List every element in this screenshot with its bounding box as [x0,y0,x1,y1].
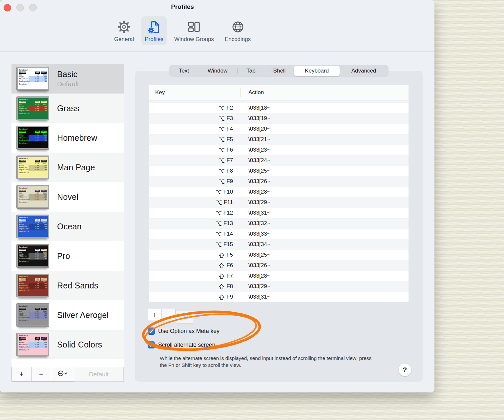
toolbar-item-encodings[interactable]: Encodings [221,16,254,45]
titlebar: Profiles General [0,0,434,52]
thumbnail-header-chips: COMMAND%CPURPRVT [19,219,47,221]
tab-advanced[interactable]: Advanced [340,66,388,76]
key-label: F12 [223,210,233,216]
profile-list-item[interactable]: Terminal# COMMAND%CPURPRVT top4.1%231KXc… [11,212,124,241]
toolbar-item-window-groups[interactable]: Window Groups [171,16,217,45]
option-key-icon [216,200,222,205]
key-mapping-row[interactable]: F10 \033[28~ [149,187,409,197]
key-mapping-row[interactable]: F2 \033[18~ [149,103,409,113]
key-mapping-row[interactable]: F4 \033[20~ [149,124,409,134]
action-cell: \033[31~ [248,208,270,218]
thumbnail-header-chips: COMMAND%CPURPRVT [19,278,47,280]
tab-keyboard[interactable]: Keyboard [294,66,340,76]
profile-actions-menu-button[interactable] [51,367,74,382]
profile-thumbnail: Terminal# COMMAND%CPURPRVT top4.1%231KXc… [17,333,49,356]
action-cell: \033[19~ [248,113,270,124]
thumbnail-prompt: Terminal # [19,201,47,203]
key-cell: F5 [149,250,233,260]
profile-list-item[interactable]: Terminal# COMMAND%CPURPRVT top4.1%231KXc… [11,64,124,94]
column-divider[interactable] [241,88,241,97]
profile-list-item[interactable]: Terminal# COMMAND%CPURPRVT top4.1%231KXc… [11,271,124,300]
key-mapping-row[interactable]: F5 \033[21~ [149,134,409,145]
key-mapping-row[interactable]: F5 \033[25~ [149,250,409,260]
shift-key-icon [219,273,225,279]
use-option-as-meta-key-checkbox[interactable]: Use Option as Meta key [148,327,220,335]
key-mapping-row[interactable]: F9 \033[26~ [149,176,409,187]
thumbnail-header-chips: COMMAND%CPURPRVT [19,72,47,74]
thumbnail-prompt: Terminal # [19,83,47,85]
key-mapping-row[interactable]: F7 \033[28~ [149,271,409,281]
edit-key-button[interactable]: Edit [176,311,193,324]
action-cell: \033[25~ [248,250,270,260]
checkbox-label: Use Option as Meta key [158,328,220,335]
toolbar: General [0,16,365,45]
profile-name: Basic [57,70,79,79]
key-label: F10 [223,189,233,195]
remove-key-button[interactable]: − [161,309,176,321]
key-mapping-row[interactable]: F14 \033[33~ [149,229,409,239]
key-mapping-row[interactable]: F13 \033[32~ [149,218,409,229]
key-mapping-table: Key Action F2 \033[18~ [149,85,409,302]
tab-window[interactable]: Window [198,66,237,76]
thumbnail-title: Terminal# [19,158,47,160]
key-cell: F15 [149,239,233,250]
action-cell: \033[25~ [248,166,270,176]
key-mapping-row[interactable]: F6 \033[23~ [149,145,409,155]
key-cell: F3 [149,113,233,124]
key-mapping-row[interactable]: F8 \033[25~ [149,166,409,176]
thumbnail-title: Terminal# [19,276,47,278]
key-mapping-row[interactable]: F3 \033[19~ [149,113,409,124]
table-header: Key Action [149,85,409,100]
key-mapping-row[interactable]: F12 \033[31~ [149,208,409,218]
add-key-button[interactable]: + [148,309,162,321]
set-default-button[interactable]: Default [74,367,124,382]
profile-list-item[interactable]: Terminal# COMMAND%CPURPRVT top4.1%231KXc… [11,241,124,271]
thumbnail-process-rows: top4.1%231KXcode1.4%78MATSServer0.0%13Ml… [19,74,47,82]
thumbnail-title: Terminal# [19,335,47,337]
globe-icon [231,18,245,35]
tab-tab[interactable]: Tab [237,66,265,76]
profile-thumbnail: Terminal# COMMAND%CPURPRVT top4.1%231KXc… [17,67,49,90]
profile-thumbnail: Terminal# COMMAND%CPURPRVT top4.1%231KXc… [17,97,49,120]
thumbnail-header-chips: COMMAND%CPURPRVT [19,190,47,192]
tab-shell[interactable]: Shell [265,66,294,76]
thumbnail-title: Terminal# [19,187,47,189]
thumbnail-process-rows: top4.1%231KXcode1.4%78MATSServer0.0%13Ml… [19,222,47,230]
key-mapping-row[interactable]: F15 \033[34~ [149,239,409,250]
profile-thumbnail: Terminal# COMMAND%CPURPRVT top4.1%231KXc… [17,126,49,149]
profile-list-item[interactable]: Terminal# COMMAND%CPURPRVT top4.1%231KXc… [11,94,124,123]
profile-list-item[interactable]: Terminal# COMMAND%CPURPRVT top4.1%231KXc… [11,330,124,359]
key-mapping-row[interactable]: F6 \033[26~ [149,260,409,271]
toolbar-label: Window Groups [174,36,214,43]
profile-list-item[interactable]: Terminal# COMMAND%CPURPRVT top4.1%231KXc… [11,153,124,182]
column-header-action: Action [248,85,264,100]
thumbnail-title: Terminal# [19,128,47,130]
action-cell: \033[32~ [248,218,270,229]
profile-list-item[interactable]: Terminal# COMMAND%CPURPRVT top4.1%231KXc… [11,123,124,153]
toolbar-item-profiles[interactable]: Profiles [141,16,167,45]
key-mapping-row[interactable]: F11 \033[29~ [149,197,409,208]
add-profile-button[interactable]: + [11,367,32,382]
key-label: F5 [226,136,233,143]
option-key-icon [219,126,225,132]
toolbar-item-general[interactable]: General [111,16,137,45]
key-mapping-row[interactable]: F7 \033[24~ [149,155,409,166]
key-cell: F6 [149,260,233,271]
remove-profile-button[interactable]: − [31,367,51,382]
thumbnail-prompt: Terminal # [19,172,47,174]
help-button[interactable]: ? [398,363,411,376]
key-mapping-row[interactable]: F8 \033[29~ [149,281,409,292]
action-cell: \033[21~ [248,134,270,145]
key-label: F15 [223,241,233,248]
gear-icon [117,18,131,35]
thumbnail-prompt: Terminal # [19,290,47,292]
thumbnail-prompt: Terminal # [19,231,47,233]
shift-key-icon [219,284,225,289]
profile-list-item[interactable]: Terminal# COMMAND%CPURPRVT top4.1%231KXc… [11,182,124,212]
thumbnail-process-rows: top4.1%231KXcode1.4%78MATSServer0.0%13Ml… [19,310,47,319]
thumbnail-header-chips: COMMAND%CPURPRVT [19,337,47,339]
key-mapping-row[interactable]: F9 \033[31~ [149,292,409,302]
tab-text[interactable]: Text [170,66,198,76]
scroll-alternate-screen-checkbox[interactable]: Scroll alternate screen [148,341,215,348]
profile-list-item[interactable]: Terminal# COMMAND%CPURPRVT top4.1%231KXc… [11,300,124,330]
